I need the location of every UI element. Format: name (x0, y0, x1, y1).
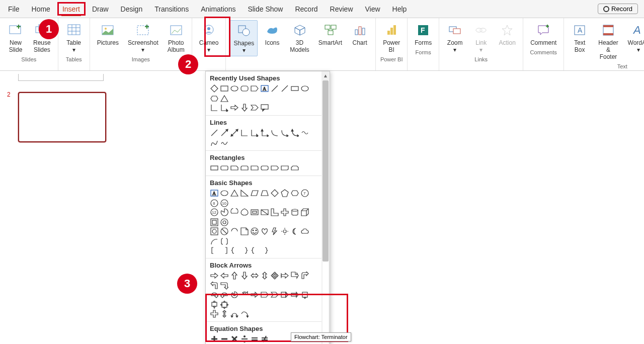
rect-1[interactable] (210, 163, 219, 173)
line-elbow[interactable] (240, 128, 249, 137)
shape-elbow-arrow[interactable] (220, 103, 229, 112)
basic-smile[interactable] (250, 227, 259, 236)
basic-m1[interactable] (210, 227, 219, 236)
basic-plus[interactable] (280, 208, 289, 217)
shape-oval[interactable] (230, 84, 239, 93)
shape-hexagon[interactable] (210, 94, 219, 103)
basic-lb[interactable] (210, 246, 219, 255)
tab-home[interactable]: Home (26, 0, 56, 18)
rect-6[interactable] (260, 163, 269, 173)
new-slide-button[interactable]: New Slide (4, 20, 27, 55)
slide-thumb-2[interactable] (18, 92, 106, 142)
shape-oval2[interactable] (300, 84, 309, 93)
line-free1[interactable] (300, 128, 309, 137)
rect-5[interactable] (250, 163, 259, 173)
3d-models-button[interactable]: 3D Models (287, 20, 312, 56)
smartart-button[interactable]: SmartArt (315, 20, 345, 56)
basic-L[interactable] (270, 208, 279, 217)
line-curve2[interactable] (280, 128, 289, 137)
pictures-button[interactable]: Pictures (94, 20, 122, 55)
shape-line[interactable] (270, 84, 279, 93)
basic-heart[interactable] (260, 227, 269, 236)
basic-cloud[interactable] (300, 227, 309, 236)
ba-6[interactable] (260, 271, 269, 280)
basic-dec[interactable]: 10 (220, 199, 229, 208)
basic-half[interactable] (260, 208, 269, 217)
ba-8[interactable] (280, 271, 289, 280)
basic-sun[interactable] (280, 227, 289, 236)
wordart-button[interactable]: A WordArt▾ (625, 20, 644, 62)
rect-9[interactable] (290, 163, 299, 173)
shape-right-arrow[interactable] (230, 103, 239, 112)
line-curve1[interactable] (270, 128, 279, 137)
tab-view[interactable]: View (359, 0, 386, 18)
ba-3[interactable] (230, 271, 239, 280)
basic-rb[interactable] (220, 246, 229, 255)
basic-tear[interactable] (240, 208, 249, 217)
basic-lbrace[interactable] (230, 246, 239, 255)
basic-frame[interactable] (250, 208, 259, 217)
screenshot-button[interactable]: Screenshot▾ (125, 20, 162, 55)
basic-cube[interactable] (300, 208, 309, 217)
ba-10[interactable] (300, 271, 309, 280)
link-button[interactable]: Link▾ (469, 20, 493, 55)
tab-help[interactable]: Help (386, 0, 413, 18)
slide-thumb-1[interactable] (18, 74, 104, 81)
basic-dbracket[interactable] (220, 237, 229, 246)
tab-draw[interactable]: Draw (86, 0, 115, 18)
basic-tri[interactable] (230, 189, 239, 198)
basic-trap[interactable] (260, 189, 269, 198)
ba-11[interactable] (210, 281, 219, 290)
shape-roundrect[interactable] (240, 84, 249, 93)
shape-callout[interactable] (260, 103, 269, 112)
line-1[interactable] (210, 128, 219, 137)
line-arrow[interactable] (220, 128, 229, 137)
table-button[interactable]: Table▾ (62, 20, 86, 55)
ba-9[interactable] (290, 271, 299, 280)
ba-7[interactable] (270, 271, 279, 280)
tab-design[interactable]: Design (115, 0, 149, 18)
basic-lbrace2[interactable] (250, 246, 259, 255)
basic-chord[interactable] (230, 208, 239, 217)
basic-para[interactable] (250, 189, 259, 198)
shape-textbox[interactable]: A (260, 84, 269, 93)
basic-rbrace[interactable] (240, 246, 249, 255)
line-double[interactable] (230, 128, 239, 137)
basic-diamond[interactable] (270, 189, 279, 198)
basic-arc2[interactable] (210, 237, 219, 246)
powerbi-button[interactable]: Power BI (380, 20, 403, 55)
shape-triangle[interactable] (220, 94, 229, 103)
shape-chevron[interactable] (250, 103, 259, 112)
tab-transitions[interactable]: Transitions (148, 0, 195, 18)
basic-oval[interactable] (220, 189, 229, 198)
shape-rect2[interactable] (290, 84, 299, 93)
record-button[interactable]: Record (598, 4, 638, 14)
rect-2[interactable] (220, 163, 229, 173)
line-curve3[interactable] (290, 128, 299, 137)
ba-2[interactable] (220, 271, 229, 280)
ba-1[interactable] (210, 271, 219, 280)
basic-arc[interactable] (230, 227, 239, 236)
basic-text[interactable]: A (210, 189, 219, 198)
tab-slideshow[interactable]: Slide Show (242, 0, 289, 18)
forms-button[interactable]: F Forms (412, 20, 435, 48)
basic-hept[interactable]: 7 (300, 189, 309, 198)
textbox-button[interactable]: A Text Box (568, 20, 591, 62)
ba-12[interactable] (220, 281, 229, 290)
line-scribble[interactable] (220, 138, 229, 147)
ba-4[interactable] (240, 271, 249, 280)
ba-5[interactable] (250, 271, 259, 280)
basic-pie[interactable] (220, 208, 229, 217)
rect-4[interactable] (240, 163, 249, 173)
shape-line2[interactable] (280, 84, 289, 93)
icons-button[interactable]: Icons (261, 20, 284, 56)
tab-file[interactable]: File (2, 0, 26, 18)
basic-rtri[interactable] (240, 189, 249, 198)
basic-oct[interactable]: 8 (210, 199, 219, 208)
shapes-button[interactable]: Shapes▾ (230, 20, 258, 56)
zoom-button[interactable]: Zoom▾ (443, 20, 466, 55)
action-button[interactable]: Action (496, 20, 519, 55)
basic-hex[interactable] (290, 189, 299, 198)
basic-can[interactable] (290, 208, 299, 217)
shape-down-arrow[interactable] (240, 103, 249, 112)
